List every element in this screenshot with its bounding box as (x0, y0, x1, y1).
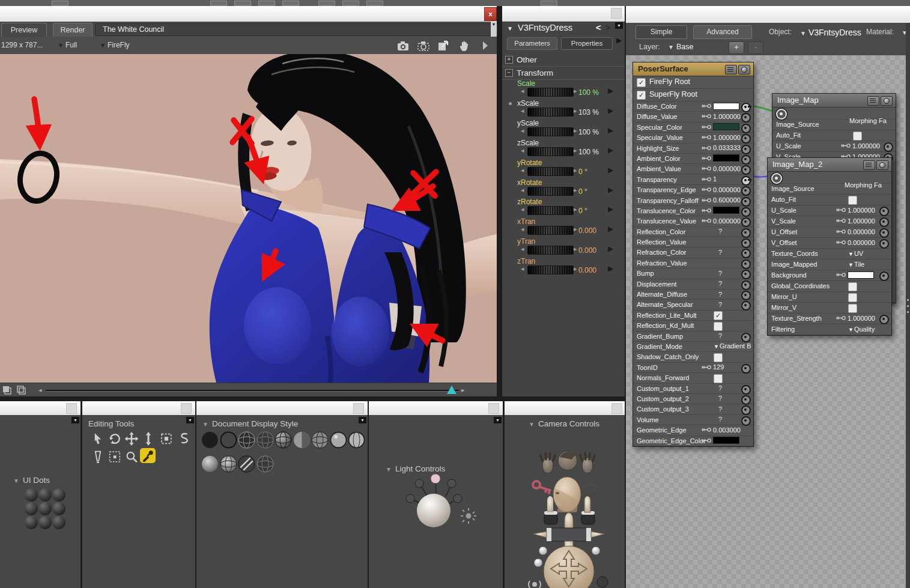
taper-tool-icon[interactable] (90, 449, 106, 464)
connector-socket[interactable] (741, 238, 751, 248)
layer-dropdown[interactable]: ▼Base (666, 43, 693, 51)
node-row-translucence-color[interactable]: Translucence_Color (633, 206, 753, 216)
light-knob[interactable] (453, 494, 462, 503)
color-swatch[interactable] (713, 207, 739, 214)
dial-increment[interactable]: ▸ (574, 147, 577, 154)
unset-input-marker[interactable]: ? (712, 249, 728, 256)
dial-decrement[interactable]: ◂ (521, 127, 524, 135)
select-camera-key-icon[interactable] (532, 480, 553, 494)
node-row-transparency-falloff[interactable]: Transparency_Falloff0.600000 (633, 196, 753, 206)
pan-hand-icon[interactable] (457, 38, 472, 53)
dropdown-value[interactable]: ▼Quality (848, 326, 875, 333)
dial-increment[interactable]: ▸ (574, 186, 577, 194)
node-row-v-offset[interactable]: V_Offset0.000000 (768, 238, 891, 249)
display-style-texture-shaded[interactable] (256, 455, 274, 473)
dial-slider[interactable] (527, 127, 574, 136)
node-row-ambient-value[interactable]: Ambient_Value0.000000 (633, 164, 753, 174)
node-row-custom-output-2[interactable]: Custom_output_2? (633, 394, 753, 404)
panel-menu-button[interactable]: ▼ (71, 417, 79, 423)
parameter-value[interactable]: 0.000000 (713, 165, 741, 172)
dial-increment[interactable]: ▸ (574, 127, 577, 135)
frame-stack-icon[interactable] (2, 386, 13, 395)
dial-value[interactable]: 0 ° (578, 187, 587, 196)
dial-slider[interactable] (527, 206, 574, 215)
color-swatch[interactable] (713, 437, 739, 444)
scale-sphere-icon[interactable] (539, 547, 547, 555)
snapshot-camera-icon[interactable] (396, 38, 410, 53)
frame-stack-alt-icon[interactable] (17, 386, 27, 395)
node-row-auto-fit[interactable]: Auto_Fit (768, 195, 891, 205)
node-row-highlight-size[interactable]: Highlight_Size0.033333 (633, 144, 753, 154)
dial-increment[interactable]: ▸ (574, 245, 577, 253)
dial-value[interactable]: 100 % (578, 128, 599, 136)
connector-socket[interactable] (884, 142, 893, 152)
node-row-reflection-kd-mult[interactable]: Reflection_Kd_Mult (633, 321, 753, 331)
connector-socket[interactable] (741, 145, 751, 154)
dial-slider[interactable] (527, 147, 574, 156)
connector-socket[interactable] (879, 228, 889, 238)
tab-simple[interactable]: Simple (635, 25, 687, 39)
dial-slider[interactable] (527, 265, 574, 274)
node-row-diffuse-color[interactable]: Diffuse_Color (633, 102, 753, 112)
unset-input-marker[interactable]: ? (712, 280, 728, 287)
node-row-volume[interactable]: Volume? (633, 415, 753, 425)
dial-slider[interactable] (527, 226, 574, 235)
checkbox[interactable]: ✓ (637, 78, 646, 87)
node-row-reflection-lite-mult[interactable]: Reflection_Lite_Mult✓ (633, 311, 753, 321)
node-row-filtering[interactable]: Filtering▼Quality (768, 324, 891, 335)
parameter-value[interactable]: 1.000000 (852, 142, 880, 150)
hand-pointing-right[interactable] (591, 532, 604, 538)
scrub-left-arrow[interactable]: ◂ (38, 386, 42, 394)
node-row-image-source[interactable]: Image_SourceMorphing Fa (772, 120, 896, 130)
connector-socket[interactable] (741, 134, 751, 144)
select-arrow-icon[interactable] (90, 431, 106, 446)
rotate-tool-icon[interactable] (107, 431, 123, 446)
chevron-down-icon[interactable]: ▼ (507, 25, 513, 32)
node-list-toggle-icon[interactable] (725, 65, 737, 74)
node-row-transparency[interactable]: Transparency1 (633, 175, 753, 185)
connector-socket[interactable] (741, 103, 751, 112)
display-style-wireframe[interactable] (238, 431, 255, 449)
node-row-image-source[interactable]: Image_SourceMorphing Fa (768, 184, 891, 195)
dial-decrement[interactable]: ◂ (521, 186, 524, 194)
light-knob[interactable] (406, 494, 414, 503)
connector-socket[interactable] (741, 217, 751, 227)
node-header[interactable]: PoserSurface (633, 62, 753, 76)
connector-socket[interactable] (879, 271, 889, 281)
connector-socket[interactable] (741, 176, 751, 186)
ui-dot[interactable] (25, 488, 38, 502)
display-style-flat-shaded[interactable] (293, 431, 311, 449)
connector-socket[interactable] (879, 239, 889, 249)
display-style-lit-wireframe[interactable] (275, 431, 292, 449)
unset-input-marker[interactable]: ? (712, 332, 728, 339)
dial-value[interactable]: 0 ° (578, 207, 587, 215)
scale-sphere-icon[interactable] (534, 559, 542, 567)
checkbox[interactable] (714, 353, 723, 362)
parameter-value[interactable]: 0.033333 (713, 144, 741, 151)
node-row-normals-forward[interactable]: Normals_Forward (633, 373, 753, 383)
dial-slider[interactable] (527, 187, 574, 196)
panel-menu-button[interactable]: ▼ (186, 417, 194, 423)
compare-camera-icon[interactable] (416, 38, 431, 53)
ui-dot[interactable] (52, 502, 65, 515)
color-swatch[interactable] (713, 103, 739, 110)
display-style-smooth-lined[interactable] (220, 455, 237, 473)
close-window-button[interactable]: x (484, 7, 497, 21)
dial-value[interactable]: 100 % (578, 88, 599, 97)
parameter-value[interactable]: 0.000000 (713, 217, 741, 225)
export-image-icon[interactable] (437, 38, 451, 53)
checkbox[interactable] (848, 304, 857, 313)
node-row-transparency-edge[interactable]: Transparency_Edge0.000000 (633, 185, 753, 195)
render-preview-canvas[interactable] (0, 54, 497, 383)
dial-decrement[interactable]: ◂ (521, 147, 524, 154)
node-row-translucence-value[interactable]: Translucence_Value0.000000 (633, 216, 753, 226)
node-row-texture-coords[interactable]: Texture_Coords▼UV (768, 249, 891, 259)
node-row-custom-output-3[interactable]: Custom_output_3? (633, 404, 753, 414)
dial-options-arrow[interactable]: ▶ (608, 205, 613, 213)
dial-slider[interactable] (527, 246, 574, 255)
render-title-field[interactable]: The White Council (95, 23, 497, 36)
connector-socket[interactable] (879, 315, 889, 324)
focal-icon[interactable] (529, 581, 541, 588)
parameter-value[interactable]: 0.000000 (713, 186, 741, 193)
dock-handle[interactable] (181, 403, 192, 414)
